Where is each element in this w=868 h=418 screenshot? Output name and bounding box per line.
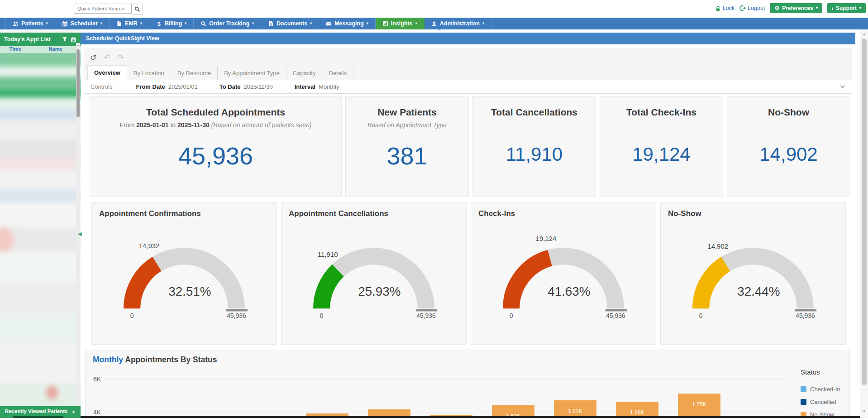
chevron-down-icon: ▾: [100, 22, 102, 25]
todays-appt-list-header[interactable]: Today's Appt List: [0, 33, 81, 46]
sidebar-scrollbar[interactable]: ▲: [76, 43, 80, 406]
tab-by-resource[interactable]: By Resource: [171, 66, 218, 80]
appt-list-blurred-content: [0, 53, 81, 406]
chevron-down-icon: ▾: [252, 22, 254, 25]
gauge-chart: 14,932 32.51% 0 45,936: [110, 229, 259, 321]
y-axis-tick: 4K: [86, 408, 101, 416]
nav-item-billing[interactable]: $Billing▾: [149, 18, 194, 29]
quick-patient-search-input[interactable]: [74, 4, 132, 14]
controls-collapse-chevron-icon[interactable]: [839, 83, 846, 90]
legend-item-checked-in[interactable]: Checked-In: [801, 386, 840, 393]
nav-item-label: Order Tracking: [209, 20, 249, 27]
lock-link[interactable]: Lock: [715, 5, 734, 11]
kpi-title: Total Cancellations: [477, 107, 592, 118]
support-button[interactable]: i Support ▾: [827, 3, 866, 13]
kpi-card-total-cancellations: Total Cancellations11,910: [472, 96, 596, 197]
calendar-icon[interactable]: [71, 37, 76, 43]
kpi-title: No-Show: [731, 107, 846, 118]
support-label: Support: [836, 5, 857, 11]
gauge-title: Check-Ins: [478, 209, 656, 218]
nav-item-label: Scheduler: [71, 20, 98, 27]
gauge-value-label: 11,910: [318, 250, 338, 258]
tab-by-appointment-type[interactable]: By Appointment Type: [218, 66, 286, 80]
kpi-value: 14,902: [727, 144, 850, 165]
nav-item-documents[interactable]: Documents▾: [261, 18, 319, 29]
tab-by-location[interactable]: By Location: [127, 66, 171, 80]
scroll-to-top-icon[interactable]: ▲: [437, 26, 442, 31]
nav-item-label: Billing: [165, 20, 182, 27]
legend-item-cancelled[interactable]: Cancelled: [801, 399, 840, 405]
recently-viewed-patients-bar[interactable]: Recently Viewed Patients ▲: [0, 406, 81, 416]
gauge-fill-arc: [132, 264, 157, 308]
nav-item-order-tracking[interactable]: Order Tracking▾: [194, 18, 261, 29]
legend-label: Cancelled: [810, 399, 836, 405]
info-icon: i: [832, 5, 833, 11]
bar-segment-value-label: 1.81K: [554, 408, 596, 414]
redo-icon[interactable]: ↷: [118, 54, 124, 62]
nav-item-patients[interactable]: Patients▾: [5, 18, 55, 29]
kpi-title: Total Scheduled Appointments: [94, 107, 338, 118]
scroll-up-icon[interactable]: ▲: [76, 43, 80, 47]
nav-item-scheduler[interactable]: Scheduler▾: [55, 18, 110, 29]
gauge-min-label: 0: [699, 312, 703, 319]
search-button[interactable]: [132, 4, 143, 14]
chart-legend: Status Checked-InCancelledNo-Show: [801, 368, 840, 418]
legend-swatch: [801, 386, 806, 392]
gauge-fill-arc: [511, 258, 550, 309]
tab-capacity[interactable]: Capacity: [286, 66, 323, 80]
legend-title: Status: [801, 368, 840, 376]
sheet-tabs: OverviewBy LocationBy ResourceBy Appoint…: [84, 65, 852, 80]
magnifier-icon: [200, 21, 206, 27]
control-name: Interval: [295, 83, 315, 90]
control-from-date[interactable]: From Date2025/01/01: [136, 83, 197, 90]
main-scrollbar[interactable]: ▲ ▼: [860, 29, 868, 418]
tab-overview[interactable]: Overview: [87, 65, 127, 80]
control-value: 2025/01/01: [168, 83, 198, 90]
main-content: Scheduler QuickSight View ↺ ↶ ↷ Overview…: [81, 29, 868, 418]
bar-segment-value-label: 1.66K: [616, 409, 658, 416]
envelope-icon: [326, 21, 332, 27]
chart-title: Monthly Appointments By Status: [93, 355, 217, 365]
gauge-card-no-show: No-Show 14,902 32.44% 0 45,936: [660, 202, 846, 345]
nav-item-insights[interactable]: Insights▾: [376, 18, 424, 29]
control-interval[interactable]: IntervalMonthly: [295, 83, 339, 90]
nav-item-administration[interactable]: Administration▾: [424, 18, 491, 29]
kpi-subtitle: Based on Appointment Type: [346, 121, 468, 129]
logout-link[interactable]: Logout: [739, 5, 765, 11]
gauge-max-label: 45,936: [606, 312, 625, 319]
control-name: To Date: [219, 83, 241, 90]
undo-icon[interactable]: ↶: [104, 54, 110, 62]
main-scrollbar-thumb[interactable]: [862, 38, 867, 385]
column-header-time: Time: [0, 46, 31, 53]
top-bar: Lock Logout ⚙ Preferences ▾ i Support ▾: [0, 0, 868, 18]
filter-icon[interactable]: [62, 37, 67, 42]
scroll-down-icon[interactable]: ▼: [860, 409, 868, 413]
nav-item-messaging[interactable]: Messaging▾: [319, 18, 376, 29]
file-icon: [116, 21, 122, 27]
gauge-max-label: 45,936: [416, 312, 436, 319]
qs-toolbar-area: ↺ ↶ ↷ OverviewBy LocationBy ResourceBy A…: [84, 48, 852, 80]
sidebar-scrollbar-thumb[interactable]: [76, 49, 80, 117]
nav-item-emr[interactable]: EMR▾: [110, 18, 149, 29]
reset-icon[interactable]: ↺: [90, 54, 96, 62]
gauge-card-appointment-cancellations: Appointment Cancellations 11,910 25.93% …: [281, 202, 467, 345]
chevron-down-icon: ▾: [46, 22, 48, 25]
chevron-down-icon: ▾: [859, 6, 861, 10]
qs-window-titlebar: Scheduler QuickSight View: [81, 33, 855, 44]
kpi-subtitle: From 2025-01-01 to 2025-11-30 (Based on …: [90, 121, 341, 129]
document-icon: [268, 21, 274, 27]
chevron-down-icon: ▾: [185, 22, 186, 25]
scroll-up-icon[interactable]: ▲: [860, 32, 868, 36]
tab-details[interactable]: Details: [322, 66, 353, 80]
gauge-percent-label: 25.93%: [358, 284, 401, 298]
control-to-date[interactable]: To Date2025/11/30: [219, 83, 273, 90]
y-axis-tick: 6K: [86, 375, 101, 383]
search-icon: [134, 6, 140, 12]
collapse-sidebar-arrow[interactable]: ◀: [78, 231, 81, 237]
nav-item-label: Administration: [440, 20, 480, 27]
kpi-value: 11,910: [473, 144, 596, 165]
preferences-button[interactable]: ⚙ Preferences ▾: [770, 3, 822, 13]
kpi-value: 19,124: [600, 144, 723, 165]
nav-item-label: EMR: [125, 20, 138, 27]
nav-item-label: Messaging: [334, 20, 364, 27]
